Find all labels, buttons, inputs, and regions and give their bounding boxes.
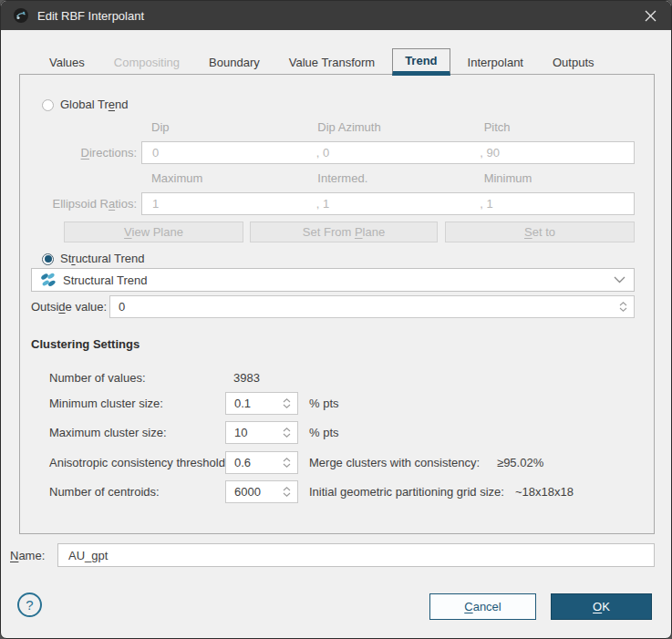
minimum-cluster-size-unit: % pts: [309, 397, 339, 411]
chevron-down-icon: [614, 276, 625, 283]
directions-input[interactable]: 0 , 0 , 90: [141, 141, 635, 164]
number-of-values-value: 3983: [233, 371, 260, 386]
dropdown-selected-value: Structural Trend: [63, 273, 148, 287]
trend-tab-panel: Global Trend Dip Dip Azimuth Pitch Direc…: [19, 74, 655, 534]
spinner-arrows-icon[interactable]: [279, 398, 297, 408]
dip-value: 0: [142, 142, 306, 163]
view-plane-button[interactable]: View Plane: [64, 222, 243, 242]
titlebar: Edit RBF Interpolant: [1, 1, 671, 30]
tab-interpolant[interactable]: Interpolant: [456, 50, 535, 74]
spinner-arrows-icon[interactable]: [279, 458, 297, 468]
minimum-cluster-size-spinner[interactable]: 0.1: [225, 392, 298, 415]
global-trend-radio[interactable]: Global Trend: [42, 98, 128, 112]
structural-trend-label: Structural Trend: [60, 252, 145, 266]
number-of-values-label: Number of values:: [49, 371, 146, 386]
minimum-ratio-value: , 1: [470, 193, 634, 214]
rbf-interpolant-icon: [13, 7, 29, 24]
number-of-centroids-spinner[interactable]: 6000: [225, 480, 298, 503]
spinner-arrows-icon[interactable]: [279, 428, 297, 438]
maximum-cluster-size-spinner[interactable]: 10: [225, 421, 298, 444]
help-button[interactable]: ?: [17, 593, 42, 617]
dip-azimuth-header: Dip Azimuth: [302, 120, 468, 135]
anisotropic-threshold-label: Anisotropic consistency threshold:: [49, 456, 229, 470]
directions-label: Directions:: [36, 146, 137, 160]
close-button[interactable]: [629, 1, 671, 30]
structural-trend-dropdown[interactable]: Structural Trend: [31, 268, 635, 292]
outside-value: 0: [110, 300, 615, 314]
tab-compositing[interactable]: Compositing: [102, 50, 191, 74]
pitch-header: Pitch: [469, 120, 635, 135]
tab-values[interactable]: Values: [37, 50, 97, 74]
intermed-header: Intermed.: [302, 171, 468, 186]
anisotropic-threshold-value: 0.6: [226, 456, 279, 469]
radio-selected-icon: [42, 253, 54, 265]
merge-clusters-label: Merge clusters with consistency:: [309, 456, 480, 470]
spinner-arrows-icon[interactable]: [615, 302, 634, 312]
minimum-header: Minimum: [469, 171, 635, 186]
tab-boundary[interactable]: Boundary: [197, 50, 272, 74]
maximum-cluster-size-label: Maximum cluster size:: [49, 426, 167, 440]
name-input[interactable]: [57, 543, 655, 567]
dip-header: Dip: [141, 120, 302, 135]
set-from-plane-button[interactable]: Set From Plane: [250, 222, 438, 242]
structural-trend-radio[interactable]: Structural Trend: [42, 252, 145, 266]
cancel-button[interactable]: Cancel: [429, 593, 536, 620]
minimum-cluster-size-value: 0.1: [226, 397, 279, 410]
pitch-value: , 90: [470, 142, 634, 163]
number-of-centroids-value: 6000: [226, 485, 279, 499]
clustering-settings-heading: Clustering Settings: [31, 337, 140, 351]
partitioning-grid-value: ~18x18x18: [515, 485, 574, 500]
edit-rbf-interpolant-dialog: Edit RBF Interpolant Values Compositing …: [0, 0, 672, 639]
name-label: Name:: [10, 549, 45, 563]
global-trend-label: Global Trend: [60, 98, 128, 112]
maximum-cluster-size-value: 10: [226, 426, 279, 439]
anisotropic-threshold-spinner[interactable]: 0.6: [225, 451, 298, 474]
ratio-column-headers: Maximum Intermed. Minimum: [141, 171, 635, 186]
maximum-header: Maximum: [141, 171, 302, 186]
dialog-title: Edit RBF Interpolant: [37, 9, 144, 23]
minimum-cluster-size-label: Minimum cluster size:: [49, 397, 163, 411]
tab-trend[interactable]: Trend: [392, 48, 450, 76]
ok-button[interactable]: OK: [551, 593, 652, 620]
set-to-button[interactable]: Set to: [445, 222, 635, 242]
maximum-cluster-size-unit: % pts: [309, 426, 339, 440]
question-mark-icon: ?: [26, 597, 33, 613]
dip-azimuth-value: , 0: [306, 142, 470, 163]
radio-unselected-icon: [42, 99, 54, 111]
ellipsoid-ratios-input[interactable]: 1 , 1 , 1: [141, 192, 635, 215]
direction-column-headers: Dip Dip Azimuth Pitch: [141, 120, 635, 135]
intermed-ratio-value: , 1: [306, 193, 470, 214]
number-of-centroids-label: Number of centroids:: [49, 485, 160, 500]
tab-bar: Values Compositing Boundary Value Transf…: [37, 50, 606, 76]
merge-clusters-value: ≥95.02%: [497, 456, 543, 470]
tab-value-transform[interactable]: Value Transform: [277, 50, 387, 74]
outside-value-label: Outside value:: [31, 300, 107, 314]
spinner-arrows-icon[interactable]: [279, 487, 297, 497]
ellipsoid-ratios-label: Ellipsoid Ratios:: [36, 197, 137, 211]
partitioning-grid-label: Initial geometric partitioning grid size…: [309, 485, 504, 500]
close-icon: [645, 10, 656, 22]
structural-trend-icon: [40, 273, 56, 287]
outside-value-spinner[interactable]: 0: [109, 295, 635, 318]
maximum-ratio-value: 1: [142, 193, 306, 214]
tab-outputs[interactable]: Outputs: [541, 50, 606, 74]
